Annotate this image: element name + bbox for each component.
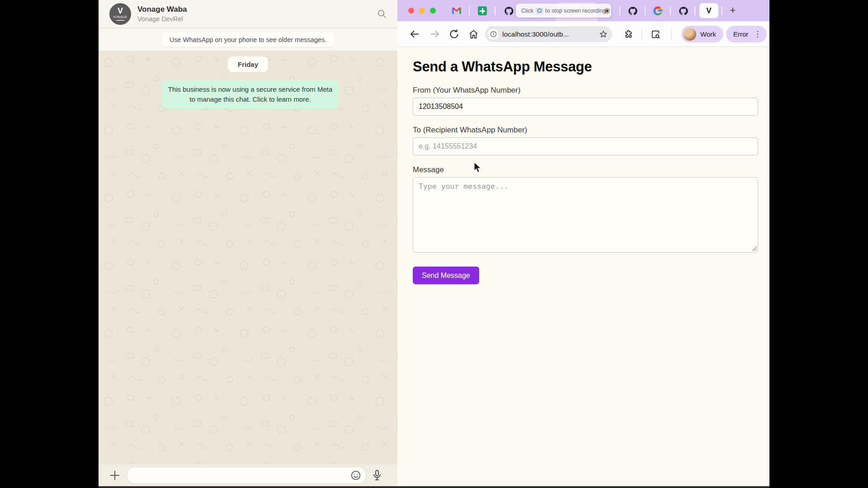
forward-button[interactable]: [429, 28, 440, 40]
screen: V VONAGE Vonage Waba Vonage DevRel Use W…: [0, 0, 868, 488]
github-icon: [504, 6, 514, 16]
pinned-tab-sheets[interactable]: [477, 6, 487, 16]
screen-recording-tooltip: Click to stop screen recording: [516, 4, 611, 18]
fullscreen-window-button[interactable]: [430, 8, 436, 14]
active-tab-vonage[interactable]: V: [699, 3, 718, 18]
address-bar[interactable]: localhost:3000/outb...: [485, 26, 612, 42]
tab-separator: [722, 6, 722, 15]
mouse-cursor: [474, 162, 482, 174]
bookmark-star-icon[interactable]: [599, 30, 608, 38]
search-icon[interactable]: [377, 9, 387, 19]
profile-chip[interactable]: Work: [681, 26, 723, 42]
toolbar-separator: [642, 29, 642, 39]
toolbar-separator: [671, 29, 672, 39]
pinned-tab-google[interactable]: [653, 6, 663, 16]
avatar-letter: V: [118, 7, 123, 15]
reload-button[interactable]: [448, 28, 460, 40]
avatar-brand: VONAGE: [113, 16, 127, 19]
screen-bottom-edge: [99, 486, 769, 488]
avatar[interactable]: V VONAGE: [109, 3, 131, 25]
minimize-window-button[interactable]: [419, 8, 425, 14]
browser-toolbar: localhost:3000/outb... Work Error ⋮: [397, 21, 769, 47]
message-textarea[interactable]: [413, 177, 758, 253]
emoji-icon[interactable]: [350, 470, 361, 481]
page-title: Send a WhatsApp Message: [413, 59, 592, 75]
microphone-icon[interactable]: [372, 469, 382, 481]
back-button[interactable]: [409, 28, 420, 40]
browser-tabstrip: ✕ V Click to stop screen recording ✳: [397, 0, 769, 21]
github-icon: [679, 6, 688, 16]
send-message-button[interactable]: Send Message: [413, 267, 479, 284]
pinned-tab-gmail[interactable]: [452, 6, 462, 16]
openai-icon: ✳: [604, 7, 611, 15]
chat-doodle-background: [99, 51, 397, 465]
extensions-icon[interactable]: [623, 29, 633, 39]
kebab-menu-icon[interactable]: ⋮: [752, 30, 763, 38]
gmail-icon: [452, 7, 461, 14]
tooltip-text-prefix: Click: [521, 8, 533, 14]
chat-title: Vonage Waba: [137, 5, 377, 14]
pinned-tab-github-2[interactable]: [627, 6, 637, 16]
pinned-tab-github-1[interactable]: [504, 6, 514, 16]
url-text[interactable]: localhost:3000/outb...: [502, 30, 599, 38]
screen-record-stop-icon: [536, 8, 543, 14]
pinned-tab-chatgpt[interactable]: ✳: [602, 6, 612, 16]
close-window-button[interactable]: [408, 8, 414, 14]
tab-separator: [495, 6, 495, 15]
tab-separator: [645, 6, 646, 15]
new-tab-button[interactable]: +: [727, 5, 739, 16]
from-input[interactable]: [413, 98, 758, 116]
attach-plus-icon[interactable]: [108, 469, 121, 482]
error-menu-chip[interactable]: Error ⋮: [726, 26, 767, 42]
whatsapp-chat-header: V VONAGE Vonage Waba Vonage DevRel: [99, 0, 397, 28]
to-input[interactable]: [413, 137, 758, 155]
message-label: Message: [413, 165, 444, 174]
page-content: Send a WhatsApp Message From (Your Whats…: [397, 47, 769, 488]
google-sheets-icon: [478, 6, 487, 15]
whatsapp-window: V VONAGE Vonage Waba Vonage DevRel Use W…: [99, 0, 397, 488]
tab-separator: [670, 6, 671, 15]
message-composer[interactable]: [127, 467, 366, 484]
home-button[interactable]: [468, 28, 479, 40]
profile-label: Work: [700, 30, 716, 38]
google-icon: [653, 6, 662, 15]
older-messages-banner-strip: Use WhatsApp on your phone to see older …: [99, 28, 397, 51]
search-tabs-icon[interactable]: [651, 29, 660, 39]
older-messages-banner: Use WhatsApp on your phone to see older …: [161, 33, 335, 47]
tooltip-text-suffix: to stop screen recording: [545, 8, 606, 14]
tab-separator: [619, 6, 620, 15]
pinned-tab-github-3[interactable]: [678, 6, 688, 16]
chat-area: Friday This business is now using a secu…: [99, 51, 397, 465]
date-divider: Friday: [228, 56, 268, 72]
github-icon: [628, 6, 637, 16]
chat-subtitle: Vonage DevRel: [137, 15, 377, 23]
profile-avatar: [684, 28, 696, 41]
site-info-icon[interactable]: [488, 29, 499, 40]
composer-bar: [99, 465, 397, 486]
avatar-tagline: [116, 20, 124, 21]
to-label: To (Recipient WhatsApp Number): [413, 126, 527, 135]
from-label: From (Your WhatsApp Number): [413, 86, 520, 95]
message-composer-input[interactable]: [134, 472, 350, 479]
system-message-bubble[interactable]: This business is now using a secure serv…: [162, 80, 339, 109]
tab-separator: [694, 6, 695, 15]
browser-window: ✕ V Click to stop screen recording ✳: [397, 0, 769, 488]
error-label: Error: [733, 30, 748, 38]
tab-separator: [469, 6, 470, 15]
chat-identity[interactable]: Vonage Waba Vonage DevRel: [137, 5, 377, 23]
